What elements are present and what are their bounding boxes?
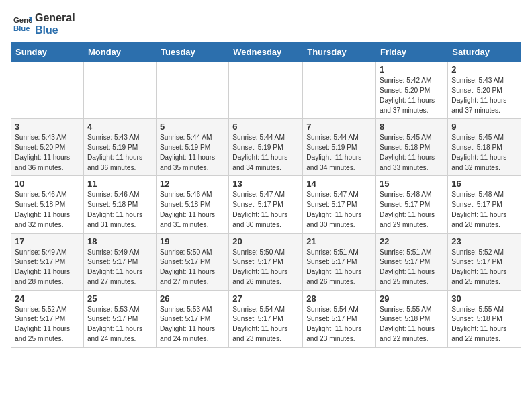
day-cell: 24Sunrise: 5:52 AMSunset: 5:17 PMDayligh… bbox=[11, 290, 84, 347]
day-cell: 3Sunrise: 5:43 AMSunset: 5:20 PMDaylight… bbox=[11, 119, 84, 176]
day-cell: 29Sunrise: 5:55 AMSunset: 5:18 PMDayligh… bbox=[376, 290, 448, 347]
week-row-3: 10Sunrise: 5:46 AMSunset: 5:18 PMDayligh… bbox=[11, 176, 521, 233]
day-cell: 22Sunrise: 5:51 AMSunset: 5:17 PMDayligh… bbox=[376, 233, 448, 290]
day-cell: 28Sunrise: 5:54 AMSunset: 5:17 PMDayligh… bbox=[303, 290, 376, 347]
day-number: 11 bbox=[87, 179, 152, 189]
day-info: Sunrise: 5:54 AMSunset: 5:17 PMDaylight:… bbox=[306, 305, 372, 345]
day-cell: 2Sunrise: 5:43 AMSunset: 5:20 PMDaylight… bbox=[448, 62, 521, 119]
day-number: 7 bbox=[306, 122, 372, 132]
day-number: 28 bbox=[306, 293, 372, 304]
day-number: 2 bbox=[451, 64, 517, 75]
day-cell: 25Sunrise: 5:53 AMSunset: 5:17 PMDayligh… bbox=[83, 290, 156, 347]
day-cell: 9Sunrise: 5:45 AMSunset: 5:18 PMDaylight… bbox=[448, 119, 521, 176]
day-cell bbox=[11, 62, 84, 119]
week-row-1: 1Sunrise: 5:42 AMSunset: 5:20 PMDaylight… bbox=[11, 62, 521, 119]
day-info: Sunrise: 5:46 AMSunset: 5:18 PMDaylight:… bbox=[160, 190, 225, 230]
day-number: 15 bbox=[380, 179, 444, 189]
day-info: Sunrise: 5:44 AMSunset: 5:19 PMDaylight:… bbox=[306, 133, 372, 173]
day-cell: 27Sunrise: 5:54 AMSunset: 5:17 PMDayligh… bbox=[229, 290, 303, 347]
day-info: Sunrise: 5:47 AMSunset: 5:17 PMDaylight:… bbox=[232, 190, 299, 230]
day-cell: 6Sunrise: 5:44 AMSunset: 5:19 PMDaylight… bbox=[229, 119, 303, 176]
day-cell: 26Sunrise: 5:53 AMSunset: 5:17 PMDayligh… bbox=[157, 290, 229, 347]
day-number: 9 bbox=[451, 122, 517, 132]
logo-icon: General Blue bbox=[13, 15, 32, 34]
day-number: 16 bbox=[451, 179, 517, 189]
day-cell: 23Sunrise: 5:52 AMSunset: 5:17 PMDayligh… bbox=[448, 233, 521, 290]
day-number: 17 bbox=[15, 236, 80, 246]
day-number: 23 bbox=[451, 236, 517, 246]
svg-text:Blue: Blue bbox=[13, 24, 30, 32]
day-number: 13 bbox=[232, 179, 299, 189]
day-cell bbox=[157, 62, 229, 119]
day-header-saturday: Saturday bbox=[448, 43, 521, 62]
day-cell: 4Sunrise: 5:43 AMSunset: 5:19 PMDaylight… bbox=[83, 119, 156, 176]
day-header-thursday: Thursday bbox=[303, 43, 376, 62]
week-row-2: 3Sunrise: 5:43 AMSunset: 5:20 PMDaylight… bbox=[11, 119, 521, 176]
logo-text: GeneralBlue bbox=[35, 12, 75, 36]
day-number: 8 bbox=[380, 122, 444, 132]
day-header-monday: Monday bbox=[83, 43, 156, 62]
day-info: Sunrise: 5:50 AMSunset: 5:17 PMDaylight:… bbox=[160, 248, 225, 287]
day-info: Sunrise: 5:53 AMSunset: 5:17 PMDaylight:… bbox=[87, 305, 152, 345]
logo-blue: Blue bbox=[35, 24, 75, 36]
day-info: Sunrise: 5:43 AMSunset: 5:19 PMDaylight:… bbox=[87, 133, 152, 173]
logo-general: General bbox=[35, 12, 75, 24]
day-info: Sunrise: 5:55 AMSunset: 5:18 PMDaylight:… bbox=[380, 305, 444, 345]
day-info: Sunrise: 5:52 AMSunset: 5:17 PMDaylight:… bbox=[451, 248, 517, 287]
day-info: Sunrise: 5:52 AMSunset: 5:17 PMDaylight:… bbox=[15, 305, 80, 345]
day-cell: 20Sunrise: 5:50 AMSunset: 5:17 PMDayligh… bbox=[229, 233, 303, 290]
day-info: Sunrise: 5:53 AMSunset: 5:17 PMDaylight:… bbox=[160, 305, 225, 345]
day-number: 21 bbox=[306, 236, 372, 246]
day-number: 18 bbox=[87, 236, 152, 246]
day-number: 25 bbox=[87, 293, 152, 304]
day-cell: 12Sunrise: 5:46 AMSunset: 5:18 PMDayligh… bbox=[157, 176, 229, 233]
day-cell: 15Sunrise: 5:48 AMSunset: 5:17 PMDayligh… bbox=[376, 176, 448, 233]
day-info: Sunrise: 5:47 AMSunset: 5:17 PMDaylight:… bbox=[306, 190, 372, 230]
day-cell: 5Sunrise: 5:44 AMSunset: 5:19 PMDaylight… bbox=[157, 119, 229, 176]
calendar-body: 1Sunrise: 5:42 AMSunset: 5:20 PMDaylight… bbox=[11, 62, 521, 348]
week-row-5: 24Sunrise: 5:52 AMSunset: 5:17 PMDayligh… bbox=[11, 290, 521, 347]
day-cell bbox=[229, 62, 303, 119]
day-info: Sunrise: 5:42 AMSunset: 5:20 PMDaylight:… bbox=[380, 76, 444, 116]
day-number: 24 bbox=[15, 293, 80, 304]
day-cell: 7Sunrise: 5:44 AMSunset: 5:19 PMDaylight… bbox=[303, 119, 376, 176]
day-header-tuesday: Tuesday bbox=[157, 43, 229, 62]
day-number: 20 bbox=[232, 236, 299, 246]
calendar-table: SundayMondayTuesdayWednesdayThursdayFrid… bbox=[11, 42, 521, 348]
day-header-friday: Friday bbox=[376, 43, 448, 62]
day-info: Sunrise: 5:48 AMSunset: 5:17 PMDaylight:… bbox=[380, 190, 444, 230]
day-number: 6 bbox=[232, 122, 299, 132]
day-cell bbox=[303, 62, 376, 119]
day-number: 27 bbox=[232, 293, 299, 304]
day-number: 26 bbox=[160, 293, 225, 304]
day-cell: 14Sunrise: 5:47 AMSunset: 5:17 PMDayligh… bbox=[303, 176, 376, 233]
day-info: Sunrise: 5:51 AMSunset: 5:17 PMDaylight:… bbox=[306, 248, 372, 287]
page-header: General Blue GeneralBlue bbox=[0, 0, 532, 42]
day-cell bbox=[83, 62, 156, 119]
calendar-header: SundayMondayTuesdayWednesdayThursdayFrid… bbox=[11, 43, 521, 62]
day-info: Sunrise: 5:45 AMSunset: 5:18 PMDaylight:… bbox=[451, 133, 517, 173]
day-header-sunday: Sunday bbox=[11, 43, 84, 62]
week-row-4: 17Sunrise: 5:49 AMSunset: 5:17 PMDayligh… bbox=[11, 233, 521, 290]
day-cell: 8Sunrise: 5:45 AMSunset: 5:18 PMDaylight… bbox=[376, 119, 448, 176]
logo: General Blue GeneralBlue bbox=[13, 12, 75, 36]
day-cell: 21Sunrise: 5:51 AMSunset: 5:17 PMDayligh… bbox=[303, 233, 376, 290]
day-number: 4 bbox=[87, 122, 152, 132]
day-cell: 11Sunrise: 5:46 AMSunset: 5:18 PMDayligh… bbox=[83, 176, 156, 233]
day-header-wednesday: Wednesday bbox=[229, 43, 303, 62]
day-number: 3 bbox=[15, 122, 80, 132]
day-info: Sunrise: 5:55 AMSunset: 5:18 PMDaylight:… bbox=[451, 305, 517, 345]
day-info: Sunrise: 5:51 AMSunset: 5:17 PMDaylight:… bbox=[380, 248, 444, 287]
day-info: Sunrise: 5:43 AMSunset: 5:20 PMDaylight:… bbox=[15, 133, 80, 173]
calendar-container: SundayMondayTuesdayWednesdayThursdayFrid… bbox=[0, 42, 532, 356]
day-info: Sunrise: 5:44 AMSunset: 5:19 PMDaylight:… bbox=[160, 133, 225, 173]
day-info: Sunrise: 5:44 AMSunset: 5:19 PMDaylight:… bbox=[232, 133, 299, 173]
day-info: Sunrise: 5:49 AMSunset: 5:17 PMDaylight:… bbox=[15, 248, 80, 287]
day-number: 22 bbox=[380, 236, 444, 246]
day-cell: 17Sunrise: 5:49 AMSunset: 5:17 PMDayligh… bbox=[11, 233, 84, 290]
day-info: Sunrise: 5:46 AMSunset: 5:18 PMDaylight:… bbox=[87, 190, 152, 230]
day-cell: 13Sunrise: 5:47 AMSunset: 5:17 PMDayligh… bbox=[229, 176, 303, 233]
day-info: Sunrise: 5:50 AMSunset: 5:17 PMDaylight:… bbox=[232, 248, 299, 287]
day-number: 14 bbox=[306, 179, 372, 189]
day-info: Sunrise: 5:45 AMSunset: 5:18 PMDaylight:… bbox=[380, 133, 444, 173]
